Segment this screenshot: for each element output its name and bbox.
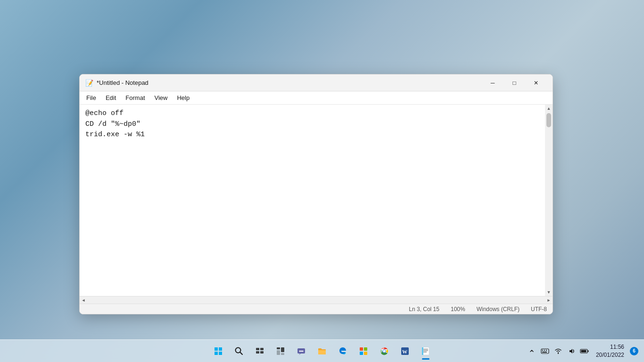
- start-button[interactable]: [209, 342, 228, 361]
- svg-rect-27: [422, 347, 429, 355]
- svg-rect-7: [260, 348, 264, 350]
- window-title: *Untitled - Notepad: [97, 79, 149, 86]
- svg-rect-0: [215, 347, 218, 351]
- svg-rect-34: [546, 350, 547, 351]
- svg-rect-35: [542, 352, 547, 353]
- keyboard-icon[interactable]: [539, 346, 551, 357]
- volume-icon[interactable]: [566, 346, 577, 357]
- svg-rect-11: [277, 350, 280, 355]
- menu-view[interactable]: View: [150, 92, 173, 103]
- tray-icons: [526, 346, 590, 357]
- svg-rect-20: [360, 352, 363, 355]
- svg-point-16: [301, 350, 302, 352]
- notification-button[interactable]: 6: [630, 347, 638, 355]
- minimize-button[interactable]: ─: [482, 74, 504, 91]
- chat-button[interactable]: [292, 342, 311, 361]
- clock-date: 20/01/2022: [596, 351, 624, 359]
- scroll-left-arrow[interactable]: ◄: [80, 296, 87, 304]
- taskbar-right: 11:56 20/01/2022 6: [526, 342, 638, 360]
- svg-rect-9: [260, 351, 264, 354]
- search-button[interactable]: [230, 342, 248, 361]
- status-bar: Ln 3, Col 15 100% Windows (CRLF) UTF-8: [80, 304, 553, 314]
- system-clock[interactable]: 11:56 20/01/2022: [594, 342, 626, 360]
- svg-rect-13: [281, 353, 284, 355]
- svg-rect-19: [364, 347, 367, 351]
- svg-rect-21: [364, 352, 367, 355]
- scroll-up-arrow[interactable]: ▲: [545, 105, 553, 112]
- taskbar-center: W: [209, 342, 435, 361]
- battery-icon[interactable]: [579, 346, 590, 357]
- svg-point-24: [383, 350, 386, 352]
- title-bar: 📝 *Untitled - Notepad ─ □ ✕: [80, 74, 553, 91]
- widgets-button[interactable]: [271, 342, 290, 361]
- scroll-thumb-v[interactable]: [546, 113, 551, 127]
- horizontal-scrollbar: ◄ ►: [80, 296, 553, 304]
- desktop: 📝 *Untitled - Notepad ─ □ ✕ File Edit Fo…: [0, 0, 644, 362]
- menu-bar: File Edit Format View Help: [80, 91, 553, 105]
- scroll-right-arrow[interactable]: ►: [545, 296, 553, 304]
- edge-button[interactable]: [333, 342, 352, 361]
- svg-point-15: [299, 350, 301, 352]
- svg-rect-8: [256, 351, 259, 354]
- svg-rect-12: [281, 347, 284, 352]
- word-button[interactable]: W: [396, 342, 414, 361]
- vertical-scrollbar: ▲ ▼: [545, 105, 553, 296]
- svg-rect-18: [360, 347, 363, 351]
- store-button[interactable]: [354, 342, 373, 361]
- svg-rect-31: [541, 349, 549, 354]
- svg-rect-10: [277, 347, 280, 349]
- svg-text:W: W: [402, 349, 407, 354]
- wifi-icon[interactable]: [553, 346, 564, 357]
- zoom-level: 100%: [451, 306, 465, 313]
- show-hidden-tray[interactable]: [526, 346, 537, 357]
- menu-format[interactable]: Format: [121, 92, 149, 103]
- svg-rect-1: [219, 347, 222, 351]
- svg-rect-2: [215, 352, 218, 355]
- svg-rect-29: [423, 350, 428, 351]
- svg-point-17: [302, 350, 304, 352]
- clock-time: 11:56: [596, 343, 624, 351]
- taskbar: W: [0, 339, 644, 362]
- task-view-button[interactable]: [250, 342, 269, 361]
- svg-rect-38: [581, 350, 586, 352]
- maximize-button[interactable]: □: [504, 74, 525, 91]
- svg-rect-28: [423, 349, 428, 350]
- svg-rect-30: [423, 352, 427, 353]
- svg-rect-6: [256, 348, 259, 350]
- file-explorer-button[interactable]: [313, 342, 331, 361]
- svg-rect-33: [544, 350, 545, 351]
- svg-rect-3: [219, 352, 222, 355]
- close-button[interactable]: ✕: [525, 74, 547, 91]
- window-controls: ─ □ ✕: [482, 74, 547, 91]
- chrome-button[interactable]: [375, 342, 394, 361]
- svg-line-5: [240, 352, 242, 354]
- line-ending: Windows (CRLF): [477, 306, 520, 313]
- notepad-app-icon: 📝: [85, 79, 93, 87]
- scroll-down-arrow[interactable]: ▼: [545, 288, 553, 296]
- menu-file[interactable]: File: [82, 92, 101, 103]
- svg-rect-32: [542, 350, 543, 351]
- menu-edit[interactable]: Edit: [101, 92, 121, 103]
- notepad-taskbar-button[interactable]: [416, 342, 435, 361]
- title-bar-left: 📝 *Untitled - Notepad: [85, 79, 149, 87]
- text-editor[interactable]: @echo off CD /d "%~dp0" trid.exe -w %1: [80, 105, 553, 296]
- notepad-window: 📝 *Untitled - Notepad ─ □ ✕ File Edit Fo…: [79, 74, 553, 314]
- editor-container: @echo off CD /d "%~dp0" trid.exe -w %1 ▲…: [80, 105, 553, 296]
- encoding: UTF-8: [531, 306, 547, 313]
- cursor-position: Ln 3, Col 15: [409, 306, 439, 313]
- menu-help[interactable]: Help: [172, 92, 194, 103]
- svg-rect-37: [587, 350, 588, 352]
